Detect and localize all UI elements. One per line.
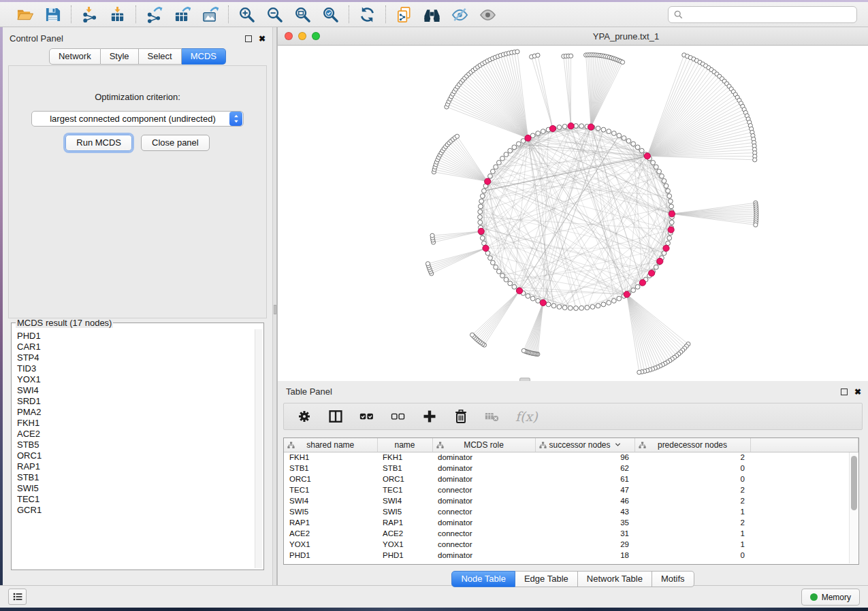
graph-node[interactable] <box>657 169 662 174</box>
tab-node-table[interactable]: Node Table <box>451 571 515 587</box>
column-header-MCDS-role[interactable]: MCDS role <box>432 438 535 452</box>
table-scrollbar[interactable] <box>849 452 858 563</box>
graph-node[interactable] <box>512 145 517 150</box>
table-row[interactable]: TEC1TEC1connector472 <box>284 484 858 495</box>
mcds-result-item[interactable]: FKH1 <box>17 418 254 429</box>
open-folder-icon[interactable] <box>16 5 34 24</box>
export-network-icon[interactable] <box>145 5 163 24</box>
graph-node[interactable] <box>639 148 644 153</box>
tab-network-table[interactable]: Network Table <box>578 571 652 587</box>
graph-node[interactable] <box>669 220 674 225</box>
graph-node[interactable] <box>635 145 640 150</box>
mcds-result-item[interactable]: CAR1 <box>17 342 254 352</box>
tab-style[interactable]: Style <box>101 48 139 65</box>
graph-mcds-node[interactable] <box>624 291 630 297</box>
graph-node[interactable] <box>488 256 493 261</box>
graph-node[interactable] <box>562 306 567 310</box>
graph-mcds-node[interactable] <box>540 299 546 306</box>
table-row[interactable]: SWI4SWI4dominator462 <box>284 495 858 506</box>
graph-node[interactable] <box>508 148 513 153</box>
graph-node[interactable] <box>504 152 509 157</box>
gear-icon[interactable] <box>296 409 312 424</box>
add-icon[interactable] <box>421 409 438 424</box>
network-graph[interactable] <box>278 46 864 380</box>
zoom-selected-icon[interactable] <box>321 5 340 24</box>
graph-leaf-node[interactable] <box>515 50 519 54</box>
mcds-result-item[interactable]: STB5 <box>17 440 254 450</box>
table-row[interactable]: ACE2ACE2connector311 <box>284 528 858 539</box>
graph-node[interactable] <box>617 296 622 301</box>
split-view-icon[interactable] <box>327 409 344 424</box>
graph-node[interactable] <box>596 126 600 131</box>
mcds-result-item[interactable]: SWI4 <box>17 385 254 396</box>
graph-node[interactable] <box>611 131 616 136</box>
export-image-icon[interactable] <box>201 5 219 24</box>
optimization-criterion-dropdown[interactable]: largest connected component (undirected) <box>31 111 244 127</box>
graph-leaf-node[interactable] <box>425 262 430 266</box>
graph-leaf-node[interactable] <box>753 158 757 162</box>
graph-node[interactable] <box>579 306 584 310</box>
table-row[interactable]: RAP1RAP1dominator352 <box>284 517 858 528</box>
table-row[interactable]: PHD1PHD1dominator180 <box>284 550 858 561</box>
graph-node[interactable] <box>631 288 636 293</box>
graph-node[interactable] <box>516 142 521 146</box>
graph-node[interactable] <box>504 278 509 282</box>
graph-node[interactable] <box>536 299 541 303</box>
graph-node[interactable] <box>490 261 495 265</box>
graph-node[interactable] <box>479 204 483 209</box>
graph-mcds-node[interactable] <box>517 288 523 294</box>
graph-node[interactable] <box>500 274 505 278</box>
save-icon[interactable] <box>44 5 62 24</box>
mcds-result-item[interactable]: STP4 <box>17 352 254 363</box>
column-header-shared-name[interactable]: shared name <box>284 438 377 452</box>
mcds-result-item[interactable]: TID3 <box>17 363 254 374</box>
float-panel-icon[interactable] <box>245 35 252 42</box>
graph-mcds-node[interactable] <box>657 258 663 264</box>
mcds-result-item[interactable]: ORC1 <box>17 450 254 461</box>
graph-mcds-node[interactable] <box>483 245 489 251</box>
mcds-result-item[interactable]: PHD1 <box>17 331 254 342</box>
zoom-in-icon[interactable] <box>238 5 256 24</box>
close-panel-icon[interactable]: ✖ <box>259 35 266 42</box>
maximize-window-icon[interactable] <box>312 32 320 40</box>
table-row[interactable]: SWI5SWI5connector431 <box>284 506 858 517</box>
deselect-all-icon[interactable] <box>390 409 406 424</box>
graph-node[interactable] <box>651 161 656 165</box>
mcds-result-item[interactable]: ACE2 <box>17 429 254 440</box>
table-scrollbar-thumb[interactable] <box>851 456 857 510</box>
mcds-result-item[interactable]: TEC1 <box>17 494 254 505</box>
graph-mcds-node[interactable] <box>568 123 574 129</box>
graph-node[interactable] <box>497 161 502 165</box>
graph-node[interactable] <box>667 194 672 199</box>
graph-node[interactable] <box>526 294 530 299</box>
graph-mcds-node[interactable] <box>668 227 674 233</box>
graph-node[interactable] <box>667 236 672 241</box>
graph-leaf-node[interactable] <box>455 134 459 138</box>
mcds-result-item[interactable]: GCR1 <box>17 505 254 516</box>
graph-node[interactable] <box>478 210 483 214</box>
graph-leaf-node[interactable] <box>521 348 526 352</box>
table-row[interactable]: FKH1FKH1dominator962 <box>284 452 858 463</box>
graph-mcds-node[interactable] <box>649 270 655 276</box>
memory-button[interactable]: Memory <box>801 589 860 606</box>
mcds-result-item[interactable]: SWI5 <box>17 483 254 494</box>
graph-node[interactable] <box>497 269 502 274</box>
graph-node[interactable] <box>551 303 556 308</box>
graph-node[interactable] <box>536 131 541 136</box>
graph-node[interactable] <box>530 296 535 301</box>
table-row[interactable]: STB1STB1dominator620 <box>284 463 858 474</box>
column-header-name[interactable]: name <box>377 438 432 452</box>
panel-splitter[interactable] <box>272 27 277 585</box>
mcds-result-scrollbar[interactable] <box>255 329 262 568</box>
graph-node[interactable] <box>654 265 658 269</box>
delete-icon[interactable] <box>453 409 469 424</box>
graph-node[interactable] <box>480 194 485 199</box>
graph-node[interactable] <box>660 174 664 178</box>
graph-leaf-node[interactable] <box>754 222 758 227</box>
zoom-out-icon[interactable] <box>266 5 284 24</box>
tab-edge-table[interactable]: Edge Table <box>515 571 578 587</box>
graph-mcds-node[interactable] <box>663 245 669 251</box>
graph-node[interactable] <box>557 125 562 130</box>
graph-node[interactable] <box>546 302 551 307</box>
graph-node[interactable] <box>635 284 640 289</box>
